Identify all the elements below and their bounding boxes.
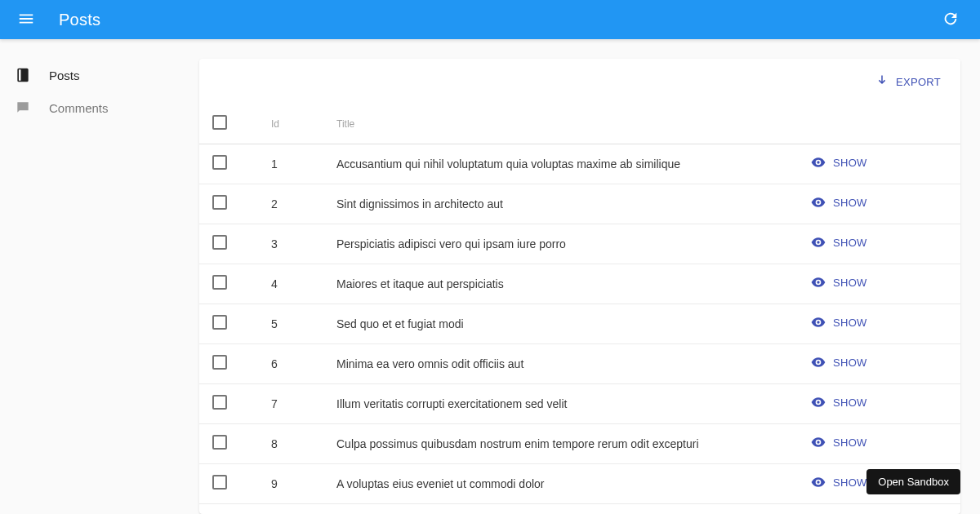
appbar: Posts — [0, 0, 980, 39]
show-button-label: Show — [833, 277, 867, 289]
eye-icon — [810, 314, 826, 330]
show-button-label: Show — [833, 357, 867, 369]
show-button-label: Show — [833, 397, 867, 409]
sidebar-item-comments[interactable]: Comments — [0, 91, 196, 124]
download-icon — [875, 74, 889, 89]
show-button-label: Show — [833, 436, 867, 449]
cell-title: Illum veritatis corrupti exercitationem … — [323, 383, 797, 423]
show-button-label: Show — [833, 157, 867, 169]
menu-button[interactable] — [10, 3, 42, 36]
cell-title: Minima ea vero omnis odit officiis aut — [323, 343, 797, 383]
show-button[interactable]: Show — [810, 394, 867, 410]
eye-icon — [810, 194, 826, 210]
table-row: 4 Maiores et itaque aut perspiciatis Sho… — [199, 264, 960, 304]
eye-icon — [810, 394, 826, 410]
table-row: 8 Culpa possimus quibusdam nostrum enim … — [199, 423, 960, 463]
show-button[interactable]: Show — [810, 154, 867, 171]
show-button-label: Show — [833, 197, 867, 209]
cell-id: 3 — [258, 224, 323, 264]
cell-title: Sed quo et et fugiat modi — [323, 304, 797, 343]
table-row: 1 Accusantium qui nihil voluptatum quia … — [199, 144, 960, 184]
main-content: Export Id Title 1 Accusantium qu — [196, 39, 980, 514]
table-row: 5 Sed quo et et fugiat modi Show — [199, 304, 960, 343]
sidebar-item-posts[interactable]: Posts — [0, 59, 196, 91]
posts-table: Id Title 1 Accusantium qui nihil volupta… — [199, 104, 960, 504]
cell-title: Maiores et itaque aut perspiciatis — [323, 264, 797, 304]
cell-id: 1 — [258, 144, 323, 184]
export-button[interactable]: Export — [875, 74, 941, 89]
table-row: 6 Minima ea vero omnis odit officiis aut… — [199, 343, 960, 383]
comment-icon — [13, 98, 33, 117]
show-button[interactable]: Show — [810, 234, 867, 250]
cell-id: 2 — [258, 184, 323, 224]
eye-icon — [810, 274, 826, 290]
select-all-checkbox[interactable] — [212, 115, 227, 130]
show-button[interactable]: Show — [810, 314, 867, 330]
row-checkbox[interactable] — [212, 315, 227, 330]
eye-icon — [810, 474, 826, 490]
cell-id: 5 — [258, 304, 323, 343]
table-row: 2 Sint dignissimos in architecto aut Sho… — [199, 184, 960, 224]
book-icon — [13, 65, 33, 85]
sidebar: Posts Comments — [0, 39, 196, 514]
row-checkbox[interactable] — [212, 395, 227, 410]
table-row: 7 Illum veritatis corrupti exercitatione… — [199, 383, 960, 423]
cell-id: 9 — [258, 463, 323, 503]
cell-title: Perspiciatis adipisci vero qui ipsam iur… — [323, 224, 797, 264]
sidebar-item-label: Comments — [49, 101, 109, 115]
export-button-label: Export — [896, 76, 941, 88]
cell-title: A voluptas eius eveniet ut commodi dolor — [323, 463, 797, 503]
posts-card: Export Id Title 1 Accusantium qu — [199, 59, 960, 514]
cell-id: 7 — [258, 383, 323, 423]
row-checkbox[interactable] — [212, 275, 227, 290]
cell-title: Sint dignissimos in architecto aut — [323, 184, 797, 224]
open-sandbox-button[interactable]: Open Sandbox — [866, 469, 960, 494]
column-header-title[interactable]: Title — [323, 104, 797, 144]
cell-id: 6 — [258, 343, 323, 383]
cell-id: 8 — [258, 423, 323, 463]
card-toolbar: Export — [199, 59, 960, 104]
eye-icon — [810, 234, 826, 250]
table-row: 9 A voluptas eius eveniet ut commodi dol… — [199, 463, 960, 503]
show-button-label: Show — [833, 476, 867, 489]
menu-icon — [17, 10, 35, 30]
show-button-label: Show — [833, 317, 867, 329]
table-row: 3 Perspiciatis adipisci vero qui ipsam i… — [199, 224, 960, 264]
refresh-button[interactable] — [934, 3, 967, 36]
show-button[interactable]: Show — [810, 434, 867, 450]
row-checkbox[interactable] — [212, 195, 227, 210]
show-button[interactable]: Show — [810, 474, 867, 490]
show-button-label: Show — [833, 237, 867, 249]
eye-icon — [810, 154, 826, 171]
cell-title: Culpa possimus quibusdam nostrum enim te… — [323, 423, 797, 463]
show-button[interactable]: Show — [810, 274, 867, 290]
eye-icon — [810, 434, 826, 450]
cell-id: 4 — [258, 264, 323, 304]
sidebar-item-label: Posts — [49, 69, 80, 82]
refresh-icon — [942, 10, 960, 30]
eye-icon — [810, 354, 826, 370]
row-checkbox[interactable] — [212, 355, 227, 370]
cell-title: Accusantium qui nihil voluptatum quia vo… — [323, 144, 797, 184]
row-checkbox[interactable] — [212, 475, 227, 490]
show-button[interactable]: Show — [810, 354, 867, 370]
row-checkbox[interactable] — [212, 155, 227, 170]
row-checkbox[interactable] — [212, 235, 227, 250]
show-button[interactable]: Show — [810, 194, 867, 210]
row-checkbox[interactable] — [212, 435, 227, 450]
page-title: Posts — [59, 11, 100, 29]
column-header-id[interactable]: Id — [258, 104, 323, 144]
